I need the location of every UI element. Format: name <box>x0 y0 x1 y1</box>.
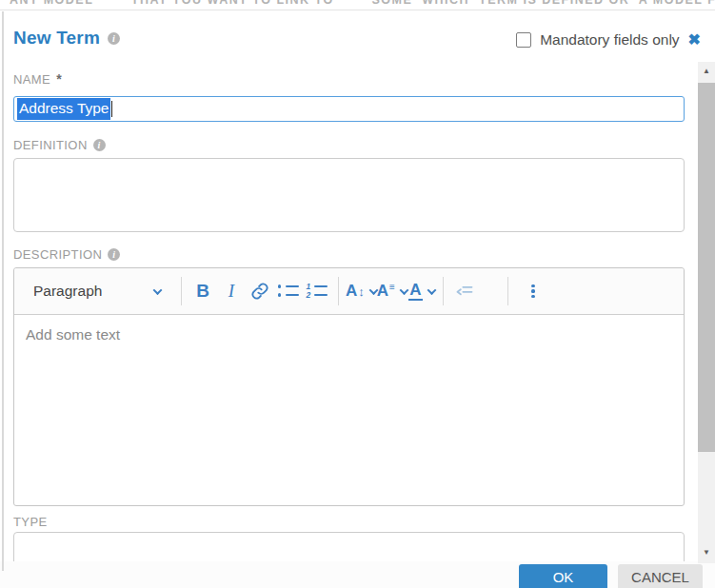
more-options-button[interactable] <box>519 275 547 307</box>
font-size-arrows: ↕ <box>358 284 365 299</box>
bulleted-list-button[interactable] <box>274 275 303 307</box>
mandatory-fields-label: Mandatory fields only <box>540 31 679 49</box>
chevron-down-icon <box>427 285 436 295</box>
italic-button[interactable]: I <box>217 275 246 307</box>
name-label-text: NAME <box>13 72 50 87</box>
toolbar-divider <box>443 277 444 305</box>
outdent-button[interactable] <box>450 275 479 307</box>
text-caret <box>111 101 112 117</box>
new-term-dialog: New Term i Mandatory fields only ✖ NAME … <box>0 11 715 588</box>
numbered-list-button[interactable]: 1 2 <box>303 275 331 307</box>
font-family-lines: ≡ <box>389 282 395 292</box>
italic-icon: I <box>228 281 234 302</box>
scrollbar-thumb[interactable] <box>698 83 715 452</box>
font-size-dropdown[interactable]: A ↕ <box>346 275 377 307</box>
name-label: NAME * <box>13 71 62 87</box>
font-family-icon: A <box>377 282 388 301</box>
link-icon <box>250 282 269 301</box>
description-editor-content[interactable]: Add some text <box>14 315 684 506</box>
type-label-text: TYPE <box>13 515 48 529</box>
font-color-icon: A <box>408 283 422 301</box>
ok-button[interactable]: OK <box>519 564 607 588</box>
toolbar-divider <box>507 277 508 305</box>
more-options-icon <box>531 284 534 299</box>
dialog-left-edge <box>2 11 4 571</box>
chevron-down-icon <box>153 285 163 295</box>
bold-icon: B <box>196 281 209 302</box>
close-icon[interactable]: ✖ <box>688 32 701 48</box>
scroll-up-icon[interactable]: ▲ <box>698 67 715 75</box>
font-color-dropdown[interactable]: A <box>407 275 436 307</box>
definition-label: DEFINITION i <box>13 138 106 152</box>
paragraph-dropdown-label: Paragraph <box>33 283 102 300</box>
info-icon[interactable]: i <box>93 139 106 151</box>
dialog-header: New Term i <box>13 28 120 49</box>
header-controls: Mandatory fields only ✖ <box>516 31 701 49</box>
toolbar-divider <box>181 277 182 305</box>
description-label-text: DESCRIPTION <box>13 247 102 262</box>
numbered-list-two: 2 <box>307 291 311 299</box>
background-page-clipped-text: ANY MODEL THAT YOU WANT TO LINK TO SOME … <box>0 0 715 10</box>
page-title: New Term <box>13 28 100 49</box>
dialog-footer: OK CANCEL <box>0 561 715 588</box>
numbered-list-icon: 1 2 <box>307 283 328 300</box>
background-text: ANY MODEL THAT YOU WANT TO LINK TO SOME … <box>10 0 715 7</box>
mandatory-fields-checkbox[interactable] <box>516 32 531 48</box>
required-asterisk: * <box>56 71 62 87</box>
editor-toolbar: Paragraph B I 1 <box>14 268 684 315</box>
description-rich-text-editor: Paragraph B I 1 <box>13 267 685 506</box>
toolbar-divider <box>338 277 339 305</box>
scrollbar[interactable]: ▲ ▼ <box>698 62 715 563</box>
definition-label-text: DEFINITION <box>13 138 88 152</box>
definition-textarea[interactable] <box>13 158 685 232</box>
new-term-dialog-page: ANY MODEL THAT YOU WANT TO LINK TO SOME … <box>0 0 715 588</box>
info-icon[interactable]: i <box>108 248 120 261</box>
type-label: TYPE <box>13 515 48 529</box>
scroll-down-icon[interactable]: ▼ <box>698 548 715 557</box>
font-size-icon: A <box>346 282 357 301</box>
name-input[interactable]: Address Type <box>13 96 685 122</box>
numbered-list-one: 1 <box>307 283 311 290</box>
description-label: DESCRIPTION i <box>13 247 120 262</box>
bold-button[interactable]: B <box>189 275 217 307</box>
editor-placeholder: Add some text <box>26 326 120 343</box>
bulleted-list-icon <box>278 283 300 300</box>
paragraph-style-dropdown[interactable]: Paragraph <box>14 275 174 307</box>
cancel-button[interactable]: CANCEL <box>618 564 703 588</box>
link-button[interactable] <box>246 275 274 307</box>
outdent-icon <box>454 282 475 301</box>
name-input-selected-text: Address Type <box>17 98 110 120</box>
font-family-dropdown[interactable]: A ≡ <box>377 275 407 307</box>
info-icon[interactable]: i <box>108 32 120 45</box>
